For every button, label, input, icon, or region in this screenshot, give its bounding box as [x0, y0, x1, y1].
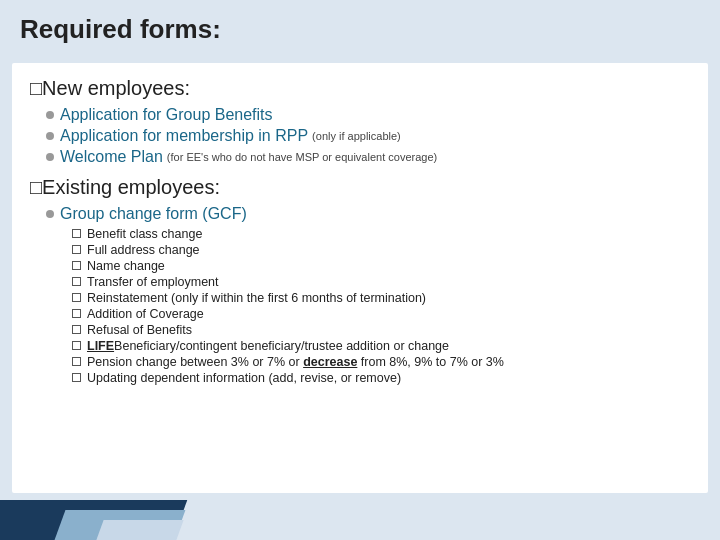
item-text: Application for Group Benefits [60, 106, 273, 124]
item-text: Benefit class change [87, 227, 202, 241]
existing-employees-header: □Existing employees: [30, 176, 690, 199]
square-icon [72, 245, 81, 254]
content-area: □New employees: Application for Group Be… [12, 63, 708, 493]
square-icon [72, 229, 81, 238]
deco-bar-light [96, 520, 183, 540]
list-item: Pension change between 3% or 7% or decre… [72, 355, 690, 369]
item-text: Reinstatement (only if within the first … [87, 291, 426, 305]
list-item: LIFE Beneficiary/contingent beneficiary/… [72, 339, 690, 353]
list-item: Welcome Plan (for EE's who do not have M… [46, 148, 690, 166]
new-employees-header: □New employees: [30, 77, 690, 100]
pension-text: Pension change between 3% or 7% or decre… [87, 355, 504, 369]
square-icon [72, 293, 81, 302]
item-text: Application for membership in RPP [60, 127, 308, 145]
item-text: Beneficiary/contingent beneficiary/trust… [114, 339, 449, 353]
decrease-label: decrease [303, 355, 357, 369]
list-item: Refusal of Benefits [72, 323, 690, 337]
list-item: Application for membership in RPP (only … [46, 127, 690, 145]
item-note: (only if applicable) [312, 130, 401, 142]
square-icon [72, 277, 81, 286]
list-item: Application for Group Benefits [46, 106, 690, 124]
square-icon [72, 373, 81, 382]
list-item: Addition of Coverage [72, 307, 690, 321]
bullet-icon [46, 111, 54, 119]
gcf-label: Group change form (GCF) [60, 205, 247, 223]
slide-container: Required forms: □New employees: Applicat… [0, 0, 720, 540]
header-bar: Required forms: [0, 0, 720, 55]
life-label: LIFE [87, 339, 114, 353]
list-item: Updating dependent information (add, rev… [72, 371, 690, 385]
new-employees-list: Application for Group Benefits Applicati… [30, 106, 690, 166]
item-text: Transfer of employment [87, 275, 219, 289]
bullet-icon [46, 210, 54, 218]
item-text: Updating dependent information (add, rev… [87, 371, 401, 385]
list-item: Transfer of employment [72, 275, 690, 289]
square-icon [72, 357, 81, 366]
item-note: (for EE's who do not have MSP or equival… [167, 151, 437, 163]
list-item: Reinstatement (only if within the first … [72, 291, 690, 305]
item-text: Welcome Plan [60, 148, 163, 166]
bullet-icon [46, 153, 54, 161]
item-text: Addition of Coverage [87, 307, 204, 321]
gcf-item: Group change form (GCF) [30, 205, 690, 223]
bottom-decoration [0, 480, 720, 540]
gcf-sublist: Benefit class change Full address change… [30, 227, 690, 385]
square-icon [72, 261, 81, 270]
bullet-icon [46, 132, 54, 140]
list-item: Benefit class change [72, 227, 690, 241]
list-item: Name change [72, 259, 690, 273]
list-item: Full address change [72, 243, 690, 257]
page-title: Required forms: [20, 14, 221, 44]
item-text: Name change [87, 259, 165, 273]
item-text: Full address change [87, 243, 200, 257]
square-icon [72, 341, 81, 350]
square-icon [72, 309, 81, 318]
square-icon [72, 325, 81, 334]
item-text: Refusal of Benefits [87, 323, 192, 337]
